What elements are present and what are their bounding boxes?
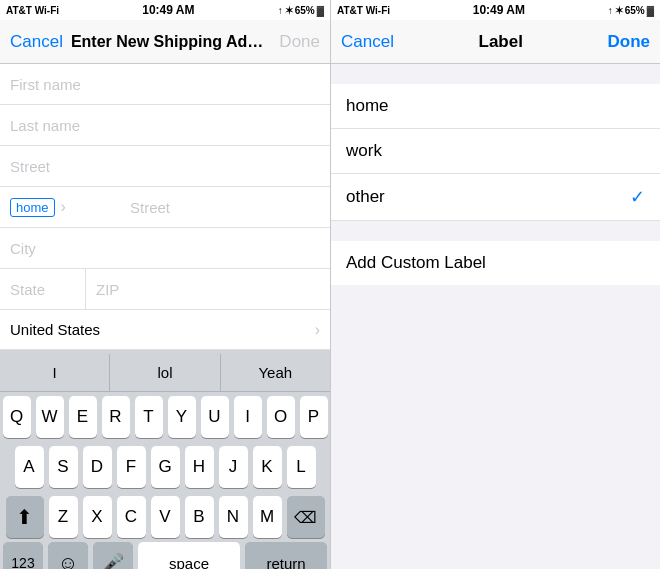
nav-title-right: Label	[479, 32, 523, 52]
right-panel: AT&T Wi-Fi 10:49 AM ↑ ✶ 65% ▓ Cancel Lab…	[330, 0, 660, 569]
key-h[interactable]: H	[185, 446, 214, 488]
label-other-text: other	[346, 187, 385, 207]
nav-bar-left: Cancel Enter New Shipping Addres... Done	[0, 20, 330, 64]
battery-text-right: 65%	[625, 5, 645, 16]
carrier-left: AT&T Wi-Fi	[6, 5, 59, 16]
key-row-2: A S D F G H J K L	[3, 446, 327, 488]
street1-input[interactable]	[0, 146, 330, 186]
custom-label-item[interactable]: Add Custom Label	[331, 241, 660, 285]
home-badge[interactable]: home	[10, 198, 55, 217]
suggestion-yeah[interactable]: Yeah	[221, 354, 330, 391]
key-e[interactable]: E	[69, 396, 97, 438]
suggestion-lol[interactable]: lol	[110, 354, 220, 391]
state-zip-row: State	[0, 269, 330, 310]
key-b[interactable]: B	[185, 496, 214, 538]
location-icon-right: ↑	[608, 5, 613, 16]
battery-text: 65%	[295, 5, 315, 16]
last-name-input[interactable]	[0, 105, 330, 145]
done-button-left[interactable]: Done	[279, 32, 320, 52]
key-x[interactable]: X	[83, 496, 112, 538]
nav-title-left: Enter New Shipping Addres...	[71, 33, 271, 51]
key-n[interactable]: N	[219, 496, 248, 538]
label-spacer-mid	[331, 221, 660, 241]
status-bar-left: AT&T Wi-Fi 10:49 AM ↑ ✶ 65% ▓	[0, 0, 330, 20]
first-name-row	[0, 64, 330, 105]
last-name-row	[0, 105, 330, 146]
home-label-wrapper: home ›	[0, 198, 120, 217]
left-panel: AT&T Wi-Fi 10:49 AM ↑ ✶ 65% ▓ Cancel Ent…	[0, 0, 330, 569]
chevron-right-icon: ›	[61, 198, 66, 216]
return-key[interactable]: return	[245, 542, 327, 569]
shipping-form: home › State United States ›	[0, 64, 330, 350]
key-row-3: ⬆ Z X C V B N M ⌫	[3, 496, 327, 538]
battery-icon-right: ▓	[647, 5, 654, 16]
city-input[interactable]	[0, 228, 330, 268]
key-v[interactable]: V	[151, 496, 180, 538]
key-s[interactable]: S	[49, 446, 78, 488]
first-name-input[interactable]	[0, 64, 330, 104]
state-placeholder-text: State	[0, 273, 85, 306]
custom-label-text: Add Custom Label	[346, 253, 486, 273]
key-t[interactable]: T	[135, 396, 163, 438]
nav-bar-right: Cancel Label Done	[331, 20, 660, 64]
keyboard-rows: Q W E R T Y U I O P A S D F G H J K L	[0, 392, 330, 542]
label-home-text: home	[346, 96, 389, 116]
country-text: United States	[10, 321, 100, 338]
label-item-other[interactable]: other ✓	[331, 174, 660, 221]
checkmark-icon: ✓	[630, 186, 645, 208]
status-bar-right: AT&T Wi-Fi 10:49 AM ↑ ✶ 65% ▓	[331, 0, 660, 20]
key-c[interactable]: C	[117, 496, 146, 538]
battery-right: ↑ ✶ 65% ▓	[608, 5, 654, 16]
keyboard: I lol Yeah Q W E R T Y U I O P A S D F	[0, 350, 330, 569]
battery-left: ↑ ✶ 65% ▓	[278, 5, 324, 16]
key-p[interactable]: P	[300, 396, 328, 438]
key-row-1: Q W E R T Y U I O P	[3, 396, 327, 438]
street1-row	[0, 146, 330, 187]
carrier-right: AT&T Wi-Fi	[337, 5, 390, 16]
key-l[interactable]: L	[287, 446, 316, 488]
location-icon: ↑	[278, 5, 283, 16]
country-chevron-icon: ›	[315, 321, 320, 339]
keyboard-bottom: 123 ☺ 🎤 space return	[0, 542, 330, 569]
emoji-key[interactable]: ☺	[48, 542, 88, 569]
city-row	[0, 228, 330, 269]
key-m[interactable]: M	[253, 496, 282, 538]
key-f[interactable]: F	[117, 446, 146, 488]
cancel-button-right[interactable]: Cancel	[341, 32, 394, 52]
key-j[interactable]: J	[219, 446, 248, 488]
numbers-key[interactable]: 123	[3, 542, 43, 569]
key-w[interactable]: W	[36, 396, 64, 438]
key-r[interactable]: R	[102, 396, 130, 438]
time-left: 10:49 AM	[142, 3, 194, 17]
key-q[interactable]: Q	[3, 396, 31, 438]
key-y[interactable]: Y	[168, 396, 196, 438]
shift-key[interactable]: ⬆	[6, 496, 44, 538]
battery-icon: ▓	[317, 5, 324, 16]
label-item-home[interactable]: home	[331, 84, 660, 129]
key-d[interactable]: D	[83, 446, 112, 488]
label-work-text: work	[346, 141, 382, 161]
space-key[interactable]: space	[138, 542, 240, 569]
mic-key[interactable]: 🎤	[93, 542, 133, 569]
key-i[interactable]: I	[234, 396, 262, 438]
key-o[interactable]: O	[267, 396, 295, 438]
key-z[interactable]: Z	[49, 496, 78, 538]
zip-input[interactable]	[85, 269, 330, 309]
street2-input[interactable]	[120, 187, 330, 227]
street2-home-row: home ›	[0, 187, 330, 228]
bluetooth-icon-right: ✶	[615, 5, 623, 16]
label-section: home work other ✓	[331, 84, 660, 221]
key-k[interactable]: K	[253, 446, 282, 488]
time-right: 10:49 AM	[473, 3, 525, 17]
key-a[interactable]: A	[15, 446, 44, 488]
cancel-button-left[interactable]: Cancel	[10, 32, 63, 52]
country-row[interactable]: United States ›	[0, 310, 330, 350]
key-g[interactable]: G	[151, 446, 180, 488]
bluetooth-icon: ✶	[285, 5, 293, 16]
done-button-right[interactable]: Done	[607, 32, 650, 52]
keyboard-suggestions: I lol Yeah	[0, 354, 330, 392]
delete-key[interactable]: ⌫	[287, 496, 325, 538]
suggestion-i[interactable]: I	[0, 354, 110, 391]
key-u[interactable]: U	[201, 396, 229, 438]
label-item-work[interactable]: work	[331, 129, 660, 174]
